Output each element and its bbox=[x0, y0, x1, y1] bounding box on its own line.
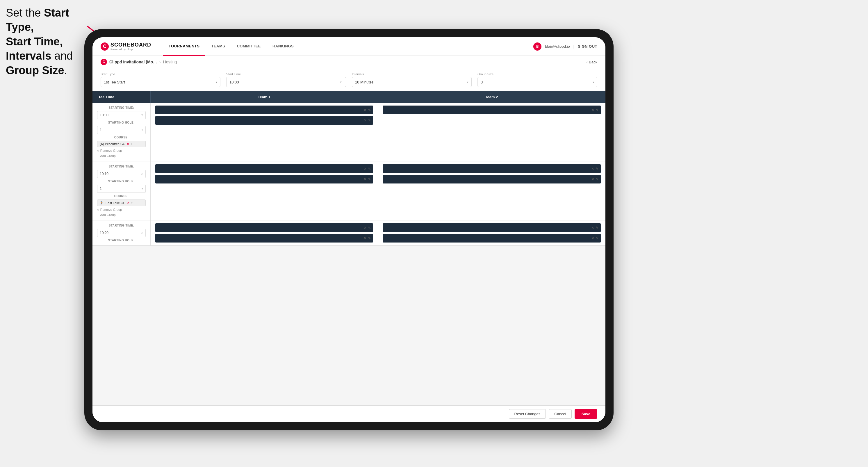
intervals-label: Intervals bbox=[352, 72, 472, 76]
player-x-icon[interactable]: ✕ bbox=[364, 177, 366, 181]
remove-group-2[interactable]: ○ Remove Group bbox=[97, 208, 146, 211]
intervals-select[interactable]: 10 Minutes ▾ bbox=[352, 77, 472, 87]
table-header: Tee Time Team 1 Team 2 bbox=[92, 91, 606, 103]
starting-hole-label-3: STARTING HOLE: bbox=[97, 239, 146, 242]
instruction-bold-4: Group Size bbox=[6, 64, 64, 76]
time-icon-1: ⏱ bbox=[141, 114, 143, 117]
player-x-icon[interactable]: ✕ bbox=[591, 167, 594, 171]
team2-player-row-1a: ✕ ✎ bbox=[383, 105, 601, 114]
user-avatar: B bbox=[533, 42, 541, 51]
team1-player-row-2b: ✕ ✎ bbox=[155, 175, 373, 184]
cancel-button[interactable]: Cancel bbox=[549, 409, 571, 419]
group-size-select[interactable]: 3 ▾ bbox=[477, 77, 597, 87]
breadcrumb-hosting: Hosting bbox=[163, 60, 177, 64]
back-label: Back bbox=[589, 60, 597, 64]
team2-player-row-3b: ✕ ✎ bbox=[383, 234, 601, 243]
player-edit-icon[interactable]: ✎ bbox=[368, 119, 371, 122]
player-edit-icon[interactable]: ✎ bbox=[368, 167, 371, 171]
start-type-group: Start Type 1st Tee Start ▾ bbox=[101, 72, 220, 87]
instruction-bold-2: Start Time, bbox=[6, 35, 63, 48]
player-x-icon[interactable]: ✕ bbox=[591, 226, 594, 230]
player-x-icon[interactable]: ✕ bbox=[364, 119, 366, 122]
group-row-3: STARTING TIME: 10:20 ⏱ STARTING HOLE: ✕ … bbox=[92, 220, 606, 246]
group-team1-cell-2: ✕ ✎ ✕ ✎ bbox=[151, 161, 378, 220]
nav-tournaments[interactable]: TOURNAMENTS bbox=[163, 37, 205, 56]
breadcrumb: C Clippd Invitational (Mo… › Hosting bbox=[101, 59, 177, 65]
group-team2-cell-2: ✕ ✎ ✕ ✎ bbox=[378, 161, 606, 220]
player-edit-icon[interactable]: ✎ bbox=[368, 226, 371, 230]
group-team2-cell-3: ✕ ✎ ✕ ✎ bbox=[378, 220, 606, 245]
course-remove-1[interactable]: ✕ bbox=[127, 143, 129, 146]
team2-player-row-2a: ✕ ✎ bbox=[383, 164, 601, 173]
starting-time-input-2[interactable]: 10:10 ⏱ bbox=[97, 170, 146, 178]
back-button[interactable]: ‹ Back bbox=[587, 60, 597, 64]
reset-changes-button[interactable]: Reset Changes bbox=[509, 409, 546, 419]
nav-teams[interactable]: TEAMS bbox=[205, 37, 231, 56]
starting-hole-select-1[interactable]: 1 ▾ bbox=[97, 126, 146, 134]
course-tag-2: 🏌 East Lake GC ✕ ▾ bbox=[97, 199, 146, 206]
player-edit-icon[interactable]: ✎ bbox=[596, 167, 598, 171]
player-edit-icon[interactable]: ✎ bbox=[596, 108, 598, 112]
player-edit-icon[interactable]: ✎ bbox=[596, 177, 598, 181]
group-row-1: STARTING TIME: 10:00 ⏱ STARTING HOLE: 1 … bbox=[92, 103, 606, 161]
starting-time-input-1[interactable]: 10:00 ⏱ bbox=[97, 111, 146, 119]
starting-time-label-1: STARTING TIME: bbox=[97, 106, 146, 109]
save-button[interactable]: Save bbox=[575, 409, 597, 419]
team1-player-row-2a: ✕ ✎ bbox=[155, 164, 373, 173]
start-time-select[interactable]: 10:00 ⏱ bbox=[226, 77, 346, 87]
intervals-arrow: ▾ bbox=[467, 81, 468, 84]
group-sidebar-2: STARTING TIME: 10:10 ⏱ STARTING HOLE: 1 … bbox=[92, 161, 151, 220]
player-edit-icon[interactable]: ✎ bbox=[596, 226, 598, 230]
start-time-group: Start Time 10:00 ⏱ bbox=[226, 72, 346, 87]
player-x-icon[interactable]: ✕ bbox=[591, 177, 594, 181]
instruction-bold-1: Start Type, bbox=[6, 7, 69, 33]
nav-right: B blair@clippd.io | Sign out bbox=[533, 42, 597, 51]
add-group-1[interactable]: + Add Group bbox=[97, 154, 146, 158]
group-size-label: Group Size bbox=[477, 72, 597, 76]
nav-committee[interactable]: COMMITTEE bbox=[231, 37, 267, 56]
main-content[interactable]: STARTING TIME: 10:00 ⏱ STARTING HOLE: 1 … bbox=[92, 103, 606, 405]
player-x-icon[interactable]: ✕ bbox=[591, 108, 594, 112]
player-x-icon[interactable]: ✕ bbox=[364, 167, 366, 171]
player-x-icon[interactable]: ✕ bbox=[364, 108, 366, 112]
group-size-value: 3 bbox=[481, 80, 483, 84]
start-time-arrow: ⏱ bbox=[340, 81, 343, 84]
instruction-block: Set the Start Type, Start Time, Interval… bbox=[6, 6, 87, 77]
group-team1-cell-3: ✕ ✎ ✕ ✎ bbox=[151, 220, 378, 245]
course-label-2: COURSE: bbox=[97, 194, 146, 198]
nav-rankings[interactable]: RANKINGS bbox=[267, 37, 300, 56]
back-chevron: ‹ bbox=[587, 60, 588, 64]
player-edit-icon[interactable]: ✎ bbox=[368, 177, 371, 181]
nav-separator: | bbox=[574, 44, 574, 49]
starting-hole-label-2: STARTING HOLE: bbox=[97, 180, 146, 183]
remove-group-1[interactable]: ○ Remove Group bbox=[97, 149, 146, 152]
breadcrumb-icon: C bbox=[101, 59, 107, 65]
hole-arrow-2: ▾ bbox=[142, 187, 143, 190]
player-x-icon[interactable]: ✕ bbox=[591, 237, 594, 240]
hole-arrow-1: ▾ bbox=[142, 128, 143, 131]
player-x-icon[interactable]: ✕ bbox=[364, 237, 366, 240]
starting-hole-value-2: 1 bbox=[100, 187, 102, 191]
tablet-frame: C SCOREBOARD Powered by clipp TOURNAMENT… bbox=[84, 29, 614, 430]
group-size-group: Group Size 3 ▾ bbox=[477, 72, 597, 87]
breadcrumb-separator: › bbox=[159, 60, 161, 64]
sign-out-link[interactable]: Sign out bbox=[578, 44, 597, 49]
col-team1: Team 1 bbox=[151, 91, 378, 103]
course-remove-2[interactable]: ✕ bbox=[127, 201, 129, 205]
player-edit-icon[interactable]: ✎ bbox=[368, 237, 371, 240]
starting-hole-select-2[interactable]: 1 ▾ bbox=[97, 185, 146, 193]
group-team1-cell-1: ✕ ✎ ✕ ✎ bbox=[151, 103, 378, 161]
logo-icon: C bbox=[101, 42, 109, 51]
team2-player-row-3a: ✕ ✎ bbox=[383, 223, 601, 232]
player-edit-icon[interactable]: ✎ bbox=[596, 237, 598, 240]
start-type-select[interactable]: 1st Tee Start ▾ bbox=[101, 77, 220, 87]
team2-player-row-2b: ✕ ✎ bbox=[383, 175, 601, 184]
starting-time-input-3[interactable]: 10:20 ⏱ bbox=[97, 229, 146, 237]
add-group-2[interactable]: + Add Group bbox=[97, 213, 146, 217]
logo-text: SCOREBOARD Powered by clipp bbox=[111, 42, 151, 51]
logo-sub: Powered by clipp bbox=[111, 48, 151, 51]
nav-links: TOURNAMENTS TEAMS COMMITTEE RANKINGS bbox=[163, 37, 533, 56]
player-edit-icon[interactable]: ✎ bbox=[368, 108, 371, 112]
player-x-icon[interactable]: ✕ bbox=[364, 226, 366, 230]
tournament-name: Clippd Invitational (Mo… bbox=[109, 60, 157, 64]
